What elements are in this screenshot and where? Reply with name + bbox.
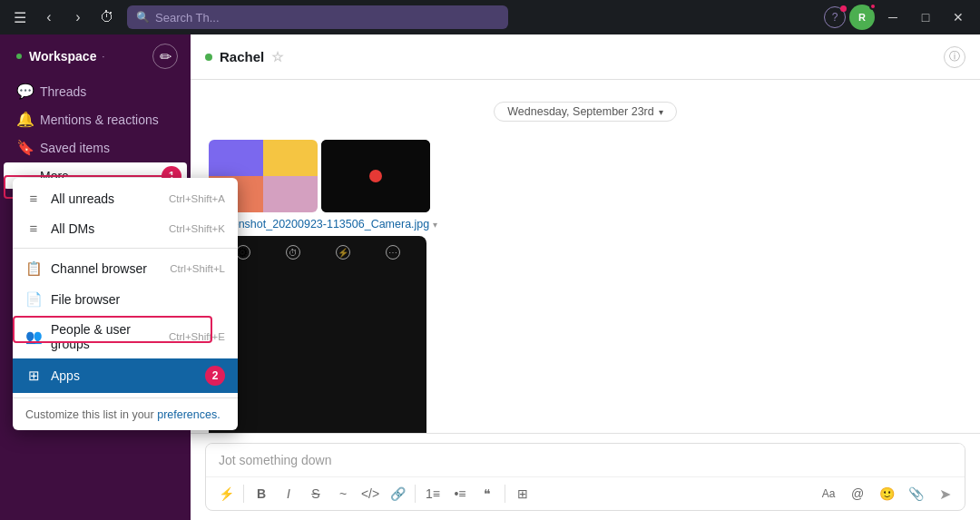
all-dms-label: All DMs [51,221,94,236]
unordered-list-button[interactable]: •≡ [447,481,473,506]
filename-chevron-icon: ▾ [433,220,437,230]
all-unreads-icon: ≡ [25,191,42,206]
threads-label: Threads [40,84,86,99]
help-icon: ? [832,11,838,24]
dropdown-footer: Customize this list in your preferences. [13,403,238,425]
preferences-link[interactable]: preferences. [157,408,220,421]
dropdown-apps[interactable]: ⊞ Apps 2 [13,358,238,393]
filename-row[interactable]: Screenshot_20200923-113506_Camera.jpg ▾ [209,218,662,231]
chat-title: Rachel ☆ [205,49,283,65]
back-button[interactable]: ‹ [36,5,62,30]
image-message: Screenshot_20200923-113506_Camera.jpg ▾ … [209,140,662,433]
all-unreads-label: All unreads [51,191,114,206]
ordered-list-button[interactable]: 1≡ [420,481,446,506]
compose-button[interactable]: ✏ [152,44,178,69]
help-notification-dot [840,5,847,12]
thumb-quad-1 [209,140,263,176]
workspace-status-dot [16,54,22,59]
date-chevron-icon-1: ▾ [659,107,663,117]
camera-record-dot [369,170,382,182]
help-button[interactable]: ? [824,6,846,28]
nav-buttons: ☰ ‹ › ⏱ [7,5,120,30]
saved-label: Saved items [40,141,110,155]
filename-text: Screenshot_20200923-113506_Camera.jpg [209,218,429,231]
star-icon[interactable]: ☆ [271,49,283,65]
all-dms-icon: ≡ [25,221,42,236]
sidebar-item-saved[interactable]: 🔖 Saved items [4,134,187,161]
file-browser-label: File browser [51,292,120,307]
chat-messages: Wednesday, September 23rd ▾ [191,80,980,433]
user-avatar[interactable]: R [849,5,875,30]
history-button[interactable]: ⏱ [94,5,120,30]
sidebar-item-threads[interactable]: 💬 Threads [4,78,187,104]
blockquote-button[interactable]: ❝ [475,481,500,506]
people-groups-icon: 👥 [25,329,42,345]
people-groups-shortcut: Ctrl+Shift+E [169,331,225,342]
chat-input-box: ⚡ B I S ~ </> 🔗 1≡ •≡ ❝ ⊞ Aa @ [205,443,965,511]
dropdown-file-browser[interactable]: 📄 File browser [13,284,238,315]
link-button[interactable]: ~ [330,481,356,506]
titlebar-right: ? R ─ □ ✕ [824,5,973,30]
strikethrough-button[interactable]: S [303,481,328,506]
footer-text: Customize this list in your [25,408,157,421]
info-button[interactable]: ⓘ [944,46,965,68]
cam-icon-timer[interactable]: ⏱ [286,245,300,260]
format-shortcut-button[interactable]: ⚡ [213,481,239,506]
date-badge-1[interactable]: Wednesday, September 23rd ▾ [494,102,676,122]
all-unreads-shortcut: Ctrl+Shift+A [169,193,225,204]
all-dms-shortcut: Ctrl+Shift+K [169,223,225,234]
minimize-button[interactable]: ─ [878,5,907,30]
code-button[interactable]: </> [358,481,383,506]
dropdown-divider-1 [13,248,238,249]
search-bar[interactable]: 🔍 [127,5,508,29]
toolbar-divider-3 [505,485,505,503]
sidebar-header: Workspace · ✏ [0,34,191,74]
app-body: Workspace · ✏ 💬 Threads 🔔 Mentions & rea… [0,34,980,520]
sidebar-item-mentions[interactable]: 🔔 Mentions & reactions [4,106,187,132]
dropdown-people-groups[interactable]: 👥 People & user groups Ctrl+Shift+E [13,315,238,358]
cam-icon-flash[interactable]: ⚡ [336,245,350,260]
hyperlink-button[interactable]: 🔗 [385,481,410,506]
dropdown-all-dms[interactable]: ≡ All DMs Ctrl+Shift+K [13,213,238,243]
apps-icon: ⊞ [25,368,42,384]
text-size-button[interactable]: Aa [816,481,841,506]
avatar-notification-dot [869,3,877,10]
close-button[interactable]: ✕ [944,5,973,30]
chat-header: Rachel ☆ ⓘ [191,34,980,80]
camera-screenshot: ⚙ ⏱ ⚡ ⋯ LIVE FOCUS PHOTO VIDEO MORE [209,236,426,433]
cam-icon-more[interactable]: ⋯ [386,245,400,260]
sidebar: Workspace · ✏ 💬 Threads 🔔 Mentions & rea… [0,34,191,520]
thumb-quad-4 [263,176,318,212]
chat-input-area: ⚡ B I S ~ </> 🔗 1≡ •≡ ❝ ⊞ Aa @ [191,433,980,520]
search-icon: 🔍 [136,11,150,24]
mention-button[interactable]: @ [845,481,870,506]
more-format-button[interactable]: ⊞ [510,481,535,506]
toolbar-divider-2 [415,485,416,503]
online-status-dot [205,54,212,61]
thumbnail-camera-preview[interactable] [321,140,430,212]
toolbar-divider-1 [243,485,244,503]
search-input[interactable] [155,11,499,25]
dropdown-channel-browser[interactable]: 📋 Channel browser Ctrl+Shift+L [13,253,238,284]
camera-top-bar: ⚙ ⏱ ⚡ ⋯ [209,245,426,260]
maximize-button[interactable]: □ [911,5,940,30]
attach-button[interactable]: 📎 [903,481,928,506]
forward-button[interactable]: › [65,5,91,30]
chat-toolbar: ⚡ B I S ~ </> 🔗 1≡ •≡ ❝ ⊞ Aa @ [206,476,965,510]
chat-input-field[interactable] [206,444,965,476]
date-separator-1: Wednesday, September 23rd ▾ [209,102,962,122]
dropdown-all-unreads[interactable]: ≡ All unreads Ctrl+Shift+A [13,183,238,213]
italic-button[interactable]: I [276,481,301,506]
send-button[interactable]: ➤ [932,481,957,506]
dropdown-divider-2 [13,397,238,398]
emoji-button[interactable]: 🙂 [874,481,899,506]
workspace-dot-label: · [102,52,104,62]
bold-button[interactable]: B [249,481,274,506]
apps-label: Apps [51,368,80,383]
titlebar: ☰ ‹ › ⏱ 🔍 ? R ─ □ ✕ [0,0,980,34]
workspace-label: Workspace [29,49,96,64]
workspace-name[interactable]: Workspace · [16,44,117,68]
channel-browser-label: Channel browser [51,261,147,276]
menu-button[interactable]: ☰ [7,5,33,30]
thumb-quad-2 [263,140,318,176]
